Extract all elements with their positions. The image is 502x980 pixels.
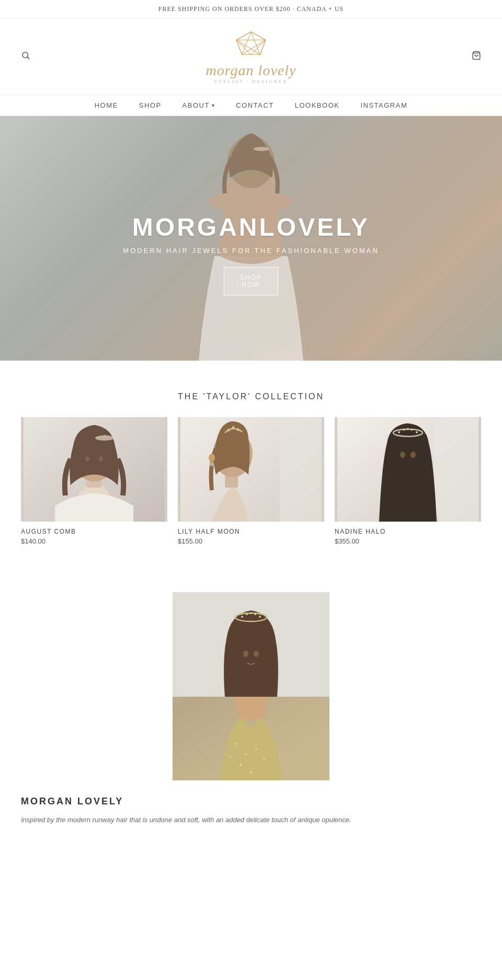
nav-home[interactable]: HOME xyxy=(95,101,118,109)
cart-icon[interactable] xyxy=(472,51,481,63)
svg-point-20 xyxy=(254,147,269,151)
svg-point-29 xyxy=(100,436,102,438)
svg-line-1 xyxy=(27,57,29,59)
nav-contact[interactable]: CONTACT xyxy=(236,101,273,109)
announcement-text: FREE SHIPPING ON ORDERS OVER $200 · CANA… xyxy=(158,5,344,13)
svg-line-11 xyxy=(236,40,260,55)
svg-line-13 xyxy=(236,40,251,55)
products-grid: AUGUST COMB $140.00 xyxy=(21,417,481,545)
feature-image-svg xyxy=(173,592,329,780)
hero-section: MORGANLOVELY MODERN HAIR JEWELS FOR THE … xyxy=(0,116,502,361)
svg-line-10 xyxy=(251,32,260,55)
svg-point-50 xyxy=(398,431,400,433)
logo[interactable]: morgan lovely STYLIST · DESIGNER xyxy=(30,29,472,84)
product-img-3-svg xyxy=(335,417,481,522)
search-icon[interactable] xyxy=(21,51,30,63)
svg-point-0 xyxy=(22,52,28,58)
feature-description: Inspired by the modern runway hair that … xyxy=(21,814,481,826)
product-nadine-halo[interactable]: NADINE HALO $355.00 xyxy=(335,417,481,545)
svg-point-27 xyxy=(99,456,103,462)
svg-line-5 xyxy=(236,40,242,55)
svg-point-70 xyxy=(246,613,248,615)
svg-rect-33 xyxy=(280,417,322,522)
feature-content: MORGAN LOVELY Inspired by the modern run… xyxy=(21,796,481,826)
feature-section: MORGAN LOVELY Inspired by the modern run… xyxy=(0,566,502,847)
product-price-nadine-halo: $355.00 xyxy=(335,537,481,545)
svg-point-37 xyxy=(210,462,214,466)
svg-point-51 xyxy=(403,429,405,431)
product-name-august-comb: AUGUST COMB xyxy=(21,528,167,535)
product-name-nadine-halo: NADINE HALO xyxy=(335,528,481,535)
feature-image xyxy=(173,592,329,780)
svg-point-74 xyxy=(243,651,248,657)
collection-section: THE 'TAYLOR' COLLECTION xyxy=(0,361,502,566)
product-price-lily-half-moon: $155.00 xyxy=(178,537,324,545)
svg-point-62 xyxy=(250,771,252,774)
hero-title: MORGANLOVELY xyxy=(123,213,379,241)
svg-point-48 xyxy=(410,452,416,458)
product-august-comb[interactable]: AUGUST COMB $140.00 xyxy=(21,417,167,545)
svg-point-54 xyxy=(416,431,418,433)
svg-point-17 xyxy=(209,193,235,209)
collection-title: THE 'TAYLOR' COLLECTION xyxy=(21,392,481,401)
svg-point-18 xyxy=(267,193,293,209)
product-name-lily-half-moon: LILY HALF MOON xyxy=(178,528,324,535)
svg-line-9 xyxy=(242,32,252,55)
chevron-down-icon: ▾ xyxy=(212,102,215,108)
logo-diamond-icon xyxy=(233,29,269,60)
svg-point-31 xyxy=(107,436,109,438)
svg-point-39 xyxy=(232,426,235,429)
product-image-nadine-halo xyxy=(335,417,481,522)
svg-line-12 xyxy=(242,40,266,55)
svg-point-71 xyxy=(250,612,252,614)
product-lily-half-moon[interactable]: LILY HALF MOON $155.00 xyxy=(178,417,324,545)
announcement-bar: FREE SHIPPING ON ORDERS OVER $200 · CANA… xyxy=(0,0,502,19)
svg-point-60 xyxy=(263,758,265,760)
svg-point-69 xyxy=(241,616,243,618)
svg-line-14 xyxy=(251,40,266,55)
nav-lookbook[interactable]: LOOKBOOK xyxy=(295,101,340,109)
svg-point-52 xyxy=(407,428,409,430)
svg-point-26 xyxy=(85,456,89,462)
product-img-1-svg xyxy=(21,417,167,522)
navigation: HOME SHOP ABOUT ▾ CONTACT LOOKBOOK INSTA… xyxy=(0,95,502,116)
svg-rect-42 xyxy=(434,417,478,522)
svg-point-57 xyxy=(234,743,236,745)
svg-point-38 xyxy=(227,429,230,432)
header: morgan lovely STYLIST · DESIGNER xyxy=(0,19,502,95)
svg-point-75 xyxy=(254,651,259,657)
product-price-august-comb: $140.00 xyxy=(21,537,167,545)
svg-line-6 xyxy=(260,40,266,55)
product-image-lily-half-moon xyxy=(178,417,324,522)
nav-instagram[interactable]: INSTAGRAM xyxy=(360,101,407,109)
svg-point-61 xyxy=(239,764,242,766)
svg-point-73 xyxy=(259,616,261,618)
svg-point-58 xyxy=(245,753,247,755)
svg-point-59 xyxy=(255,748,257,750)
svg-point-40 xyxy=(237,429,239,431)
nav-about[interactable]: ABOUT ▾ xyxy=(182,101,215,109)
product-img-2-svg xyxy=(178,417,324,522)
nav-shop[interactable]: SHOP xyxy=(139,101,162,109)
logo-text: morgan lovely xyxy=(30,62,472,79)
svg-line-3 xyxy=(236,32,251,40)
hero-subtitle: MODERN HAIR JEWELS FOR THE FASHIONABLE W… xyxy=(123,247,379,255)
product-image-august-comb xyxy=(21,417,167,522)
svg-point-47 xyxy=(400,452,405,458)
logo-subtitle: STYLIST · DESIGNER xyxy=(30,79,472,84)
hero-content: MORGANLOVELY MODERN HAIR JEWELS FOR THE … xyxy=(123,213,379,295)
svg-point-72 xyxy=(254,613,256,615)
svg-point-53 xyxy=(410,429,413,431)
svg-point-36 xyxy=(209,454,215,462)
feature-brand-name: MORGAN LOVELY xyxy=(21,796,481,807)
svg-line-4 xyxy=(251,32,266,40)
shop-now-button[interactable]: SHOPNOW xyxy=(224,267,278,295)
svg-point-30 xyxy=(104,435,106,437)
svg-point-63 xyxy=(229,756,231,758)
